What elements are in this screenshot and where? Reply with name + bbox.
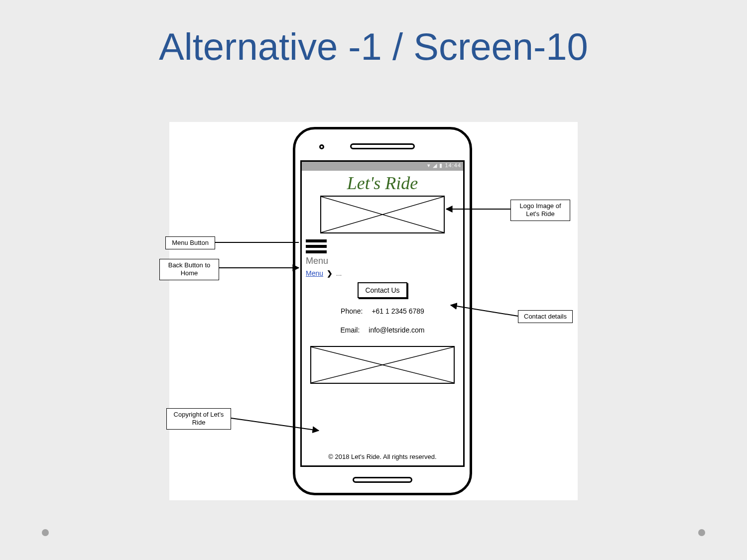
wireframe-canvas: ▾ ◢ ▮ 14:44 Let's Ride Menu Menu ❯ ... C… xyxy=(169,122,578,500)
logo-image-placeholder xyxy=(320,196,445,233)
copyright-text: © 2018 Let's Ride. All rights reserved. xyxy=(302,453,463,460)
breadcrumb-current: ... xyxy=(336,269,342,277)
contact-us-button[interactable]: Contact Us xyxy=(358,282,407,298)
phone-screen: ▾ ◢ ▮ 14:44 Let's Ride Menu Menu ❯ ... C… xyxy=(300,160,465,467)
slide-title: Alternative -1 / Screen-10 xyxy=(0,25,747,68)
phone-value: +61 1 2345 6789 xyxy=(372,307,424,315)
email-row: Email: info@letsride.com xyxy=(302,326,463,334)
status-bar: ▾ ◢ ▮ 14:44 xyxy=(302,162,463,171)
battery-icon: ▮ xyxy=(439,162,443,168)
breadcrumb: Menu ❯ ... xyxy=(306,269,463,277)
annotation-contact-details: Contact details xyxy=(518,310,573,323)
phone-speaker-icon xyxy=(350,143,415,149)
phone-row: Phone: +61 1 2345 6789 xyxy=(302,307,463,315)
menu-label: Menu xyxy=(306,256,463,266)
content-image-placeholder xyxy=(310,346,455,384)
app-title: Let's Ride xyxy=(302,171,463,195)
phone-home-bar-icon xyxy=(353,477,412,483)
signal-icon: ◢ xyxy=(433,162,437,168)
email-value: info@letsride.com xyxy=(369,326,424,334)
annotation-copyright: Copyright of Let's Ride xyxy=(166,408,231,430)
annotation-logo: Logo Image of Let's Ride xyxy=(510,200,570,221)
menu-button[interactable] xyxy=(306,239,327,253)
phone-frame: ▾ ◢ ▮ 14:44 Let's Ride Menu Menu ❯ ... C… xyxy=(293,127,472,495)
status-time: 14:44 xyxy=(445,162,461,168)
email-label: Email: xyxy=(340,326,360,334)
annotation-back-button: Back Button to Home xyxy=(159,259,219,280)
wifi-icon: ▾ xyxy=(427,162,431,168)
slide-dot-icon xyxy=(698,529,705,536)
phone-label: Phone: xyxy=(341,307,363,315)
annotation-menu-button: Menu Button xyxy=(165,236,215,249)
slide-dot-icon xyxy=(42,529,49,536)
phone-camera-icon xyxy=(319,144,324,149)
status-icons: ▾ ◢ ▮ 14:44 xyxy=(427,162,461,169)
breadcrumb-home-link[interactable]: Menu xyxy=(306,269,323,277)
chevron-right-icon: ❯ xyxy=(327,269,333,277)
